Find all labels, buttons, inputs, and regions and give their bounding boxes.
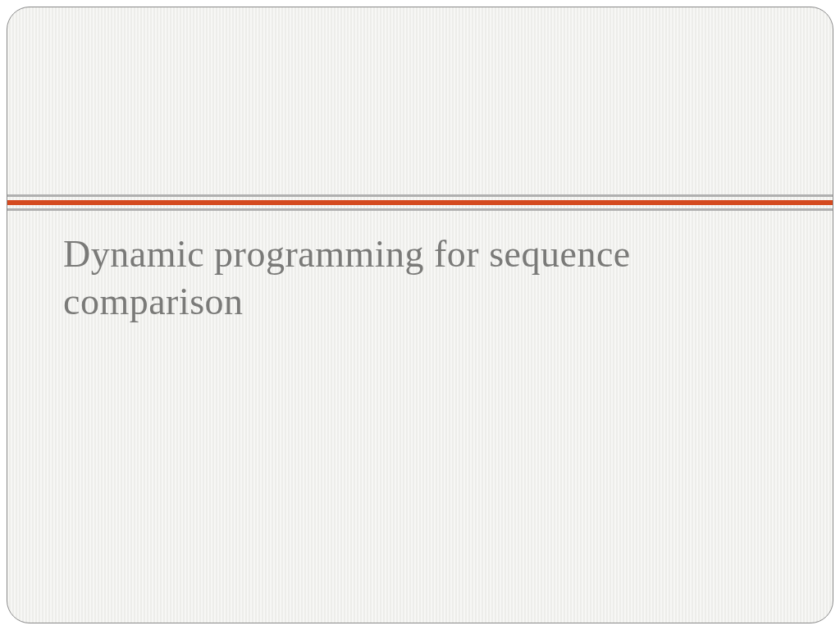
divider-line-top bbox=[7, 194, 833, 197]
slide-title: Dynamic programming for sequence compari… bbox=[63, 231, 783, 325]
divider-line-accent bbox=[7, 200, 833, 205]
slide-frame: Dynamic programming for sequence compari… bbox=[7, 7, 833, 623]
divider-line-bottom bbox=[7, 208, 833, 211]
divider-band bbox=[7, 194, 833, 211]
